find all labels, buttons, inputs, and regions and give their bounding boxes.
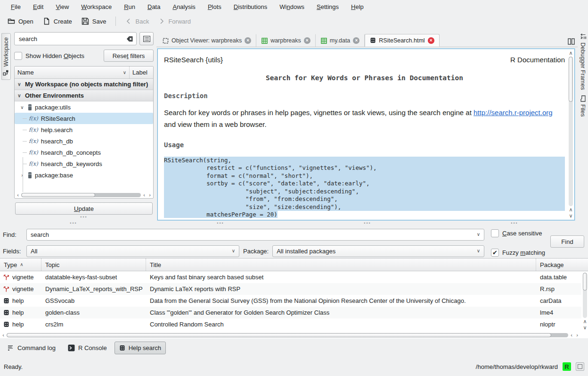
name-sort-chevron-icon[interactable]: ∨ [123,70,126,75]
main-splitter-handle[interactable]: •••••••••••• [0,220,588,226]
menu-item-distributions[interactable]: Distributions [228,1,274,12]
create-button[interactable]: Create [39,16,76,27]
tree-item-hsearch-db-keywords[interactable]: f(x) hsearch_db_keywords [15,158,153,169]
label-column-header[interactable]: Label [132,69,150,76]
scroll-up-icon[interactable]: ∧ [569,50,573,56]
scroll-up-icon[interactable]: ∧ [569,207,573,212]
menu-item-analysis[interactable]: Analysis [166,1,201,12]
document-tabbar: Object Viewer: warpbreaks × warpbreaks ×… [156,34,578,47]
workspace-dock-tab[interactable]: Workspace [1,33,11,80]
help-search-tool-button[interactable]: Help search [114,342,166,354]
package-combobox[interactable]: All installed packages ∨ [272,245,484,257]
update-button[interactable]: Update [15,202,153,215]
expander-open-icon[interactable]: ∨ [16,93,22,98]
command-log-tool-button[interactable]: Command log [3,342,60,354]
clear-search-icon[interactable] [124,35,133,43]
document-area: Object Viewer: warpbreaks × warpbreaks ×… [156,29,578,220]
expander-closed-icon[interactable]: › [19,173,25,178]
tab-warpbreaks[interactable]: warpbreaks × [256,34,316,47]
r-console-tool-button[interactable]: R Console [63,342,112,354]
sidebar-splitter-handle[interactable]: ••• [14,215,154,220]
topic-column-header[interactable]: Topic [41,259,146,271]
scroll-up-icon[interactable]: ∧ [583,319,588,324]
back-button[interactable]: Back [122,16,153,27]
tab-my-data[interactable]: my.data × [316,34,365,47]
forward-button[interactable]: Forward [155,16,195,27]
interrupt-r-button[interactable] [576,362,584,371]
scroll-left-icon[interactable]: ‹ [16,192,20,198]
tree-item-rsitesearch[interactable]: f(x) RSiteSearch [15,113,153,124]
name-column-header[interactable]: Name [17,69,120,76]
scroll-left-icon[interactable]: ‹ [142,192,147,198]
reset-filters-button[interactable]: Reset filters [104,50,154,62]
tree-item-other-environments[interactable]: ∨ Other Environments [15,90,153,101]
usage-code-line: "size", "size:descending"), [164,203,565,211]
scroll-left-icon[interactable]: ‹ [1,333,6,338]
table-row[interactable]: vignette datatable-keys-fast-subset Keys… [0,271,581,283]
command-log-label: Command log [17,344,56,351]
search-r-project-link[interactable]: http://search.r-project.org [474,109,553,117]
show-hidden-objects-checkbox[interactable]: Show Hidden Objects [14,52,100,60]
tab-rsitesearch-html[interactable]: RSiteSearch.html × [365,34,439,47]
tree-item-help-search[interactable]: f(x) help.search [15,124,153,135]
scroll-down-icon[interactable]: ∨ [583,325,588,330]
find-term-combobox[interactable]: search ∨ [26,229,484,241]
document-vertical-scrollbar[interactable]: ∧ ∧ ∨ [568,50,574,219]
view-options-button[interactable] [139,32,154,45]
scroll-left-icon[interactable]: ‹ [569,333,574,338]
close-tab-icon[interactable]: × [428,37,434,44]
scroll-down-icon[interactable]: ∨ [569,213,573,218]
tree-horizontal-scrollbar[interactable]: ‹ ‹ › [15,192,153,198]
tree-item-package-utils[interactable]: ∨ package:utils [15,101,153,113]
find-button[interactable]: Find [550,235,584,248]
save-button[interactable]: Save [78,16,110,27]
tree-item-hsearch-db[interactable]: f(x) hsearch_db [15,135,153,147]
tree-item-package-base[interactable]: › package:base [15,169,153,181]
object-search-input[interactable]: search [14,32,137,45]
column-header-label: Topic [45,261,59,268]
middle-region: Workspace search Show Hidden Objects [0,29,588,220]
tree-item-my-workspace[interactable]: ∨ My Workspace (no objects matching filt… [15,79,153,90]
files-dock-tab[interactable]: Files [579,94,587,118]
menu-item-help[interactable]: Help [345,1,370,12]
data-table-icon [261,38,268,44]
table-row[interactable]: help crs2lm Controlled Random Search nlo… [0,318,581,330]
menu-item-run[interactable]: Run [118,1,141,12]
table-row[interactable]: help golden-class Class '"golden"' and G… [0,307,581,318]
close-tab-icon[interactable]: × [353,37,359,44]
type-column-header[interactable]: Type ∧ [0,259,41,271]
usage-code-line: RSiteSearch(string, [164,157,565,165]
fields-combobox[interactable]: All ∨ [26,245,239,257]
menu-item-file[interactable]: File [5,1,27,12]
close-tab-icon[interactable]: × [304,37,310,44]
fuzzy-matching-checkbox[interactable]: ✔ Fuzzy matching [491,249,584,257]
menu-item-view[interactable]: View [49,1,75,12]
split-view-icon[interactable] [568,38,575,45]
expander-open-icon[interactable]: ∨ [19,105,25,110]
scroll-right-icon[interactable]: › [147,192,152,198]
menu-item-windows[interactable]: Windows [273,1,310,12]
menu-item-edit[interactable]: Edit [27,1,49,12]
close-tab-icon[interactable]: × [245,37,251,44]
debugger-frames-dock-tab[interactable]: Debugger Frames [579,31,587,92]
tab-object-viewer-warpbreaks[interactable]: Object Viewer: warpbreaks × [157,34,256,47]
results-horizontal-scrollbar[interactable]: ‹ ‹ › [0,332,580,338]
table-row[interactable]: help GSSvocab Data from the General Soci… [0,295,581,307]
scroll-right-icon[interactable]: › [575,333,580,338]
object-tree-header[interactable]: Name ∨ Label [15,67,153,79]
package-column-header[interactable]: Package [536,259,581,271]
title-column-header[interactable]: Title [146,259,536,271]
result-topic: Dynamic_LaTeX_reports_with_RSP [41,285,146,292]
debugger-frames-dock-label: Debugger Frames [580,42,586,90]
data-table-icon [321,38,327,44]
open-button[interactable]: Open [4,16,37,27]
menu-item-settings[interactable]: Settings [310,1,345,12]
vignette-icon [3,286,9,292]
tree-item-hsearch-db-concepts[interactable]: f(x) hsearch_db_concepts [15,147,153,158]
menu-item-data[interactable]: Data [141,1,166,12]
expander-open-icon[interactable]: ∨ [16,82,22,87]
menu-item-workspace[interactable]: Workspace [75,1,118,12]
table-row[interactable]: vignette Dynamic_LaTeX_reports_with_RSP … [0,283,581,295]
menu-item-plots[interactable]: Plots [202,1,228,12]
results-vertical-scrollbar[interactable]: ∧ ∨ [582,272,588,331]
